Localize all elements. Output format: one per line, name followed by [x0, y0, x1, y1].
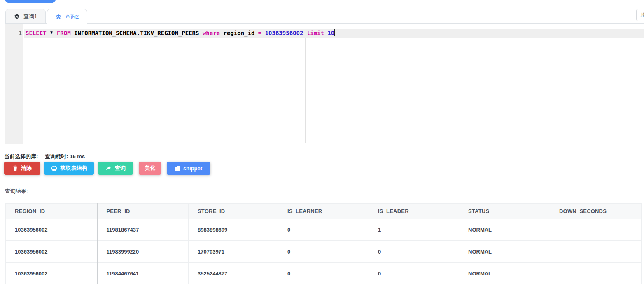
- table-row: 103639560021198399922017070397100NORMAL: [6, 241, 642, 263]
- table-cell: 11984467641: [97, 263, 189, 284]
- column-header-status: STATUS: [459, 204, 550, 219]
- add-query-tab-label: 增: [641, 12, 644, 19]
- current-database-label: 当前选择的库:: [4, 153, 38, 160]
- file-icon: [175, 165, 180, 172]
- clear-button-label: 清除: [21, 164, 32, 172]
- half-circle-icon: [51, 165, 57, 172]
- table-cell: 8983898699: [189, 219, 278, 241]
- results-header-row: REGION_IDPEER_IDSTORE_IDIS_LEARNERIS_LEA…: [6, 204, 642, 219]
- sql-token: [47, 30, 50, 36]
- sql-code-line[interactable]: SELECT * FROM INFORMATION_SCHEMA.TIKV_RE…: [26, 29, 335, 38]
- table-cell: 1: [369, 219, 459, 241]
- sql-token: FROM: [57, 30, 71, 36]
- get-table-schema-button[interactable]: 获取表结构: [44, 162, 94, 175]
- sql-token: limit: [307, 30, 324, 36]
- table-cell: NORMAL: [459, 241, 550, 263]
- snippet-label: snippet: [183, 165, 202, 172]
- sql-query-page: 查询1 查询2 增 1 SELECT * FROM INFORMATION_SC…: [0, 0, 644, 289]
- sql-token: INFORMATION_SCHEMA.TIKV_REGION_PEERS: [71, 30, 203, 36]
- trash-icon: [13, 165, 18, 171]
- beautify-label: 美化: [145, 164, 155, 172]
- column-header-store_id: STORE_ID: [189, 204, 278, 219]
- table-cell: 3525244877: [189, 263, 278, 284]
- results-body: 1036395600211981867437898389869901NORMAL…: [6, 219, 642, 284]
- sql-token: [53, 30, 56, 36]
- sql-token: 10: [327, 30, 334, 36]
- sql-editor[interactable]: 1 SELECT * FROM INFORMATION_SCHEMA.TIKV_…: [5, 24, 644, 144]
- sql-token: [261, 30, 265, 36]
- table-cell: 0: [369, 241, 459, 263]
- table-cell: 0: [369, 263, 459, 284]
- table-cell: [550, 219, 642, 241]
- table-cell: 0: [278, 219, 369, 241]
- editor-gutter: [5, 24, 23, 144]
- run-query-label: 查询: [115, 164, 126, 172]
- column-header-region_id: REGION_ID: [6, 204, 97, 219]
- clear-button[interactable]: 清除: [4, 162, 40, 175]
- table-row: 1036395600211984467641352524487700NORMAL: [6, 263, 642, 284]
- status-bar: 当前选择的库: 查询耗时: 15 ms: [4, 153, 85, 160]
- table-cell: [550, 241, 642, 263]
- table-cell: 170703971: [189, 241, 278, 263]
- tab-query-2[interactable]: 查询2: [47, 9, 87, 24]
- line-number: 1: [5, 29, 22, 38]
- table-cell: 0: [278, 263, 369, 284]
- query-results-label: 查询结果:: [5, 188, 28, 195]
- table-cell: 10363956002: [6, 241, 97, 263]
- column-header-peer_id: PEER_ID: [97, 204, 189, 219]
- run-query-button[interactable]: 查询: [98, 162, 133, 175]
- snippet-button[interactable]: snippet: [167, 162, 210, 175]
- editor-column-ruler: [305, 29, 306, 143]
- column-header-is_learner: IS_LEARNER: [278, 204, 369, 219]
- sql-token: 10363956002: [265, 30, 303, 36]
- get-table-schema-label: 获取表结构: [61, 164, 87, 172]
- text-cursor: [334, 29, 335, 36]
- results-table: REGION_IDPEER_IDSTORE_IDIS_LEARNERIS_LEA…: [5, 203, 642, 284]
- top-action-button[interactable]: [4, 0, 56, 3]
- sql-token: where: [203, 30, 220, 36]
- sql-token: SELECT: [26, 30, 47, 36]
- sql-token: [303, 30, 306, 36]
- forward-arrow-icon: [105, 165, 112, 171]
- add-query-tab-button[interactable]: 增: [636, 9, 644, 21]
- table-cell: NORMAL: [459, 219, 550, 241]
- layers-icon: [56, 14, 61, 20]
- query-elapsed-time: 查询耗时: 15 ms: [45, 153, 85, 160]
- tab-label: 查询2: [65, 13, 79, 21]
- table-cell: [550, 263, 642, 284]
- table-row: 1036395600211981867437898389869901NORMAL: [6, 219, 642, 241]
- beautify-button[interactable]: 美化: [139, 162, 161, 175]
- table-cell: 10363956002: [6, 219, 97, 241]
- tab-label: 查询1: [23, 13, 37, 20]
- table-cell: 10363956002: [6, 263, 97, 284]
- tab-query-1[interactable]: 查询1: [5, 9, 46, 23]
- table-cell: 11983999220: [97, 241, 189, 263]
- table-cell: 0: [278, 241, 369, 263]
- layers-icon: [14, 14, 20, 19]
- sql-token: =: [258, 30, 261, 36]
- table-cell: NORMAL: [459, 263, 550, 284]
- sql-token: region_id: [220, 30, 258, 36]
- column-header-is_leader: IS_LEADER: [369, 204, 459, 219]
- column-header-down_seconds: DOWN_SECONDS: [550, 204, 642, 219]
- table-cell: 11981867437: [97, 219, 189, 241]
